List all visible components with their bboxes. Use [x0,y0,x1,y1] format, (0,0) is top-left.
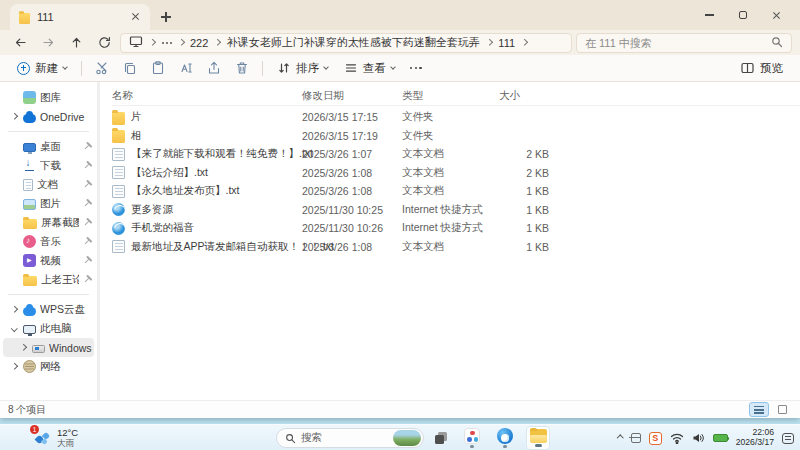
sidebar-item[interactable]: 网络 [3,357,94,376]
table-row[interactable]: 【永久地址发布页】.txt2025/3/26 1:08文本文档1 KB [112,182,800,201]
sidebar-item[interactable]: 屏幕截图 [3,213,94,232]
chevron-right-icon [149,39,155,45]
chevron-right-icon [178,39,184,45]
table-row[interactable]: 片2026/3/15 17:15文件夹 [112,108,800,127]
column-header-name[interactable]: 名称 [112,89,302,103]
icons-view-button[interactable] [772,402,792,417]
up-button[interactable] [64,33,88,53]
more-options-icon[interactable] [404,67,428,69]
tray-chevron-up-icon[interactable] [618,436,623,441]
maximize-button[interactable] [726,2,760,28]
sidebar-item[interactable]: 上老王论坛当 [3,270,94,289]
sidebar-item[interactable]: 下载 [3,156,94,175]
start-button[interactable] [250,426,267,450]
view-button[interactable]: 查看 [337,58,402,79]
sogou-input-icon[interactable]: S [649,432,662,445]
tab-close-icon[interactable] [128,10,142,24]
column-header-date[interactable]: 修改日期 [302,89,402,103]
app-icon-circles[interactable] [464,428,480,444]
file-size: 1 KB [487,222,557,234]
search-input[interactable] [585,37,771,49]
file-name-cell: 相 [112,128,302,143]
sidebar-item[interactable]: 桌面 [3,137,94,156]
taskbar-clock[interactable]: 22:06 2026/3/17 [736,428,774,447]
table-row[interactable]: 【论坛介绍】.txt2025/3/26 1:08文本文档2 KB [112,164,800,183]
browser-app-icon[interactable] [497,428,513,444]
chevron-right-icon[interactable] [9,364,19,369]
chevron-right-icon[interactable] [9,114,19,119]
new-label: 新建 [35,61,58,76]
breadcrumb[interactable]: 222 补课女老师上门补课穿的太性感被下药迷翻全套玩弄 111 [120,33,572,53]
taskbar: 1 12°C 大雨 搜索 [0,424,800,450]
table-row[interactable]: 相2026/3/15 17:19文件夹 [112,127,800,146]
sort-label: 排序 [296,61,319,76]
sidebar-item[interactable]: 音乐 [3,232,94,251]
sidebar-item[interactable]: 文档 [3,175,94,194]
chevron-right-icon[interactable] [9,307,19,312]
new-button[interactable]: 新建 [10,58,74,79]
text-icon [112,166,125,179]
sidebar-item-label: 视频 [40,254,79,268]
battery-icon[interactable] [713,434,728,443]
tab-111[interactable]: 111 [10,4,150,30]
preview-button[interactable]: 预览 [733,58,790,79]
rename-button[interactable] [173,57,199,79]
sort-button[interactable]: 排序 [270,58,335,79]
chevron-down-icon [323,64,329,70]
details-view-button[interactable] [749,402,769,417]
sidebar-item-label: 桌面 [40,140,79,154]
sidebar-item[interactable]: 视频 [3,251,94,270]
chevron-down-icon [62,64,68,70]
minimize-button[interactable] [692,2,726,28]
column-header-size[interactable]: 大小 [487,89,557,103]
copy-button[interactable] [117,57,143,79]
sidebar-item[interactable]: 此电脑 [3,319,94,338]
sidebar-item[interactable]: 图片 [3,194,94,213]
breadcrumb-overflow-icon[interactable] [162,42,172,44]
sidebar-item[interactable]: 图库 [3,88,94,107]
back-button[interactable] [8,33,32,53]
volume-icon[interactable] [692,432,705,444]
weather-widget[interactable]: 1 12°C 大雨 [34,428,78,447]
weather-condition: 大雨 [57,439,78,448]
sidebar-item-label: 屏幕截图 [41,216,79,230]
table-row[interactable]: 更多资源2025/11/30 10:25Internet 快捷方式1 KB [112,201,800,220]
refresh-button[interactable] [92,33,116,53]
explorer-search-box[interactable] [576,33,792,53]
sidebar-item[interactable]: Windows-SSD [3,338,94,357]
forward-button[interactable] [36,33,60,53]
tray-app-icon[interactable] [631,433,641,443]
new-tab-button[interactable] [158,9,174,25]
table-row[interactable]: 手机党的福音2025/11/30 10:26Internet 快捷方式1 KB [112,219,800,238]
internet-icon [112,222,125,235]
file-date: 2026/3/15 17:15 [302,111,402,123]
breadcrumb-segment[interactable]: 111 [498,37,515,49]
sidebar-item[interactable]: WPS云盘 [3,300,94,319]
pinned-app [460,426,484,450]
file-type: 文件夹 [402,110,487,124]
file-date: 2025/11/30 10:25 [302,204,402,216]
notification-center-icon[interactable] [782,433,794,444]
file-date: 2025/3/26 1:08 [302,167,402,179]
taskbar-search[interactable]: 搜索 [276,428,424,448]
breadcrumb-segment[interactable]: 222 [190,37,208,49]
chevron-right-icon[interactable] [18,345,28,350]
file-name: 【来了就能下载和观看！纯免费！】.txt [131,147,313,161]
share-button[interactable] [201,57,227,79]
tab-title: 111 [37,11,122,23]
table-row[interactable]: 最新地址及APP请发邮箱自动获取！！！.txt2025/3/26 1:08文本文… [112,238,800,257]
table-row[interactable]: 【来了就能下载和观看！纯免费！】.txt2025/3/26 1:07文本文档2 … [112,145,800,164]
file-name: 【论坛介绍】.txt [131,166,208,180]
wifi-icon[interactable] [670,432,684,444]
chevron-down-icon[interactable] [9,326,19,331]
breadcrumb-segment[interactable]: 补课女老师上门补课穿的太性感被下药迷翻全套玩弄 [227,35,480,50]
file-explorer-taskbar-icon[interactable] [530,429,547,443]
sidebar-item-label: 音乐 [40,235,79,249]
cut-button[interactable] [89,57,115,79]
column-header-type[interactable]: 类型 [402,89,487,103]
task-view-button[interactable] [433,426,451,450]
close-button[interactable] [760,2,794,28]
sidebar-item[interactable]: OneDrive [3,107,94,126]
delete-button[interactable] [229,57,255,79]
paste-button[interactable] [145,57,171,79]
